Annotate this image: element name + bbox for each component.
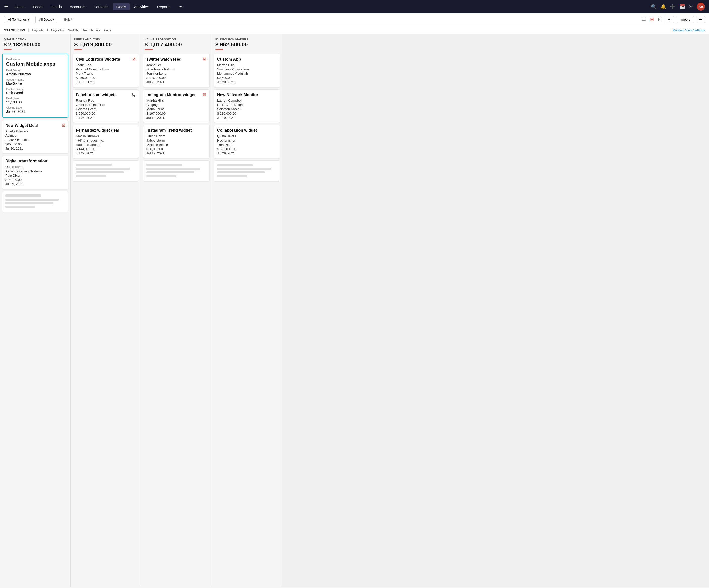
- add-icon[interactable]: ➕: [670, 4, 676, 9]
- nav-icons: 🔍 🔔 ➕ 📅 ✂ AB: [651, 2, 705, 10]
- nav-feeds[interactable]: Feeds: [29, 3, 47, 10]
- deals-dropdown[interactable]: All Deals ▾: [35, 16, 58, 23]
- card-date: Jul 19, 2021: [147, 151, 206, 155]
- avatar[interactable]: AB: [697, 2, 705, 10]
- col-stage-name: VALUE PROPOSITION: [145, 38, 208, 41]
- edit-icon[interactable]: ☑: [203, 57, 206, 61]
- hamburger-icon[interactable]: ☰: [4, 4, 8, 9]
- kanban-view-icon[interactable]: ⊞: [649, 16, 655, 23]
- card-contact: Raul Fernandez: [76, 143, 136, 147]
- filter-icon[interactable]: ⊡: [657, 16, 663, 23]
- nav-more[interactable]: •••: [175, 3, 186, 10]
- kanban-settings-link[interactable]: Kanban View Settings: [673, 28, 705, 32]
- deal-card-twitter-watch[interactable]: Twitter watch feed ☑ Joane Lee Blue Rive…: [143, 54, 210, 87]
- card-title-text: New Widget Deal: [5, 123, 61, 128]
- deal-card-digital-transformation[interactable]: Digital transformation Quinn Rivers Alco…: [2, 156, 68, 189]
- nav-deals[interactable]: Deals: [113, 3, 130, 10]
- col-underline: [3, 49, 11, 50]
- card-company: Rockerfisher: [217, 138, 277, 142]
- card-date: Jul 13, 2021: [147, 116, 206, 120]
- sort-field-dropdown[interactable]: Deal Name▾: [82, 28, 100, 32]
- card-date: Jul 29, 2021: [5, 182, 65, 186]
- card-title-text: Digital transformation: [5, 159, 65, 163]
- edit-icon[interactable]: ☑: [62, 123, 65, 127]
- card-contact: Mark Travis: [76, 72, 136, 75]
- card-contact: Solomon Kaalou: [217, 107, 277, 111]
- card-person: Martha Hills: [147, 99, 206, 102]
- col-amount: $ 1,017,400.00: [145, 41, 208, 48]
- account-name-value: MovGenie: [6, 81, 64, 85]
- edit-button[interactable]: Edit ↻: [60, 16, 77, 23]
- deal-card-custom-app[interactable]: Custom App Martha Hills Smithson Publica…: [214, 54, 280, 87]
- nav-activities[interactable]: Activities: [131, 3, 153, 10]
- calendar-icon[interactable]: 📅: [680, 4, 685, 9]
- col-cards-qualification: Deal Name Custom Mobile apps Deal Owner …: [0, 53, 70, 587]
- col-amount: S 1,619,800.00: [74, 41, 137, 48]
- card-title: Fernandez widget deal: [76, 128, 136, 133]
- deal-card-facebook-ad[interactable]: Facebook ad widgets 📞 Raghav Rao Grant I…: [73, 89, 139, 123]
- edit-icon[interactable]: ☑: [203, 93, 206, 97]
- card-amount: $ 210,000.00: [217, 111, 277, 115]
- deal-card-instagram-monitor[interactable]: Instagram Monitor widget ☑ Martha Hills …: [143, 89, 210, 123]
- contact-name-value: Nick Wood: [6, 91, 64, 95]
- deal-card-new-network-monitor[interactable]: New Network Monitor Lauren Campbell H I …: [214, 89, 280, 123]
- card-company: H I D Corporation: [217, 103, 277, 107]
- card-title-text: Collaboration widget: [217, 128, 277, 133]
- card-contact: Andre Scheuttler: [5, 138, 65, 142]
- all-layouts-dropdown[interactable]: All Layouts▾: [47, 28, 65, 32]
- card-company: Alcoa Fastening Systems: [5, 169, 65, 173]
- deal-card-instagram-trend[interactable]: Instagram Trend widget Quinn Rivers Jabb…: [143, 125, 210, 158]
- card-title-text: New Network Monitor: [217, 93, 277, 97]
- col-stage-name: ID. DECISION MAKERS: [215, 38, 279, 41]
- card-person: Martha Hills: [217, 63, 277, 67]
- add-button[interactable]: +: [665, 16, 674, 23]
- closing-date-value: Jul 27, 2021: [6, 109, 64, 113]
- skeleton-card: [143, 160, 210, 182]
- nav-leads[interactable]: Leads: [48, 3, 65, 10]
- deal-name-value: Custom Mobile apps: [6, 61, 64, 67]
- col-underline: [215, 49, 224, 50]
- card-date: Jul 29, 2021: [76, 151, 136, 155]
- card-amount: $20,000.00: [147, 147, 206, 151]
- card-company: THK & Bridges Inc.: [76, 138, 136, 142]
- nav-accounts[interactable]: Accounts: [66, 3, 89, 10]
- card-company: Smithson Publications: [217, 67, 277, 71]
- card-title: Instagram Monitor widget ☑: [147, 93, 206, 97]
- nav-home[interactable]: Home: [11, 3, 28, 10]
- layouts-link[interactable]: Layouts: [32, 28, 44, 32]
- nav-contacts[interactable]: Contacts: [90, 3, 112, 10]
- deal-card-custom-mobile[interactable]: Deal Name Custom Mobile apps Deal Owner …: [2, 54, 68, 118]
- sort-by-label: Sort By: [68, 28, 79, 32]
- deal-card-new-widget-deal[interactable]: New Widget Deal ☑ Amelia Burrows Agimba …: [2, 120, 68, 154]
- card-title: Collaboration widget: [217, 128, 277, 133]
- phone-icon[interactable]: 📞: [131, 93, 136, 97]
- list-view-icon[interactable]: ☰: [641, 16, 647, 23]
- tools-icon[interactable]: ✂: [689, 4, 693, 9]
- card-title-text: Civil Logistics Widgets: [76, 57, 131, 61]
- import-button[interactable]: Import: [676, 16, 694, 23]
- deal-card-civil-logistics[interactable]: Civil Logistics Widgets ☑ Joane Lee Pyra…: [73, 54, 139, 87]
- skeleton-card: [2, 191, 68, 212]
- card-amount: $ 550,000.00: [217, 147, 277, 151]
- notification-icon[interactable]: 🔔: [660, 4, 666, 9]
- more-options-button[interactable]: •••: [696, 16, 705, 23]
- deal-value-value: $1,100.00: [6, 100, 64, 104]
- card-company: Blue Rivers Pvt Ltd: [147, 67, 206, 71]
- toolbar: All Territories ▾ All Deals ▾ Edit ↻ ☰ ⊞…: [0, 13, 709, 26]
- card-title-text: Facebook ad widgets: [76, 93, 130, 97]
- territory-dropdown[interactable]: All Territories ▾: [4, 16, 33, 23]
- search-icon[interactable]: 🔍: [651, 4, 656, 9]
- card-company: Grant Industries Ltd: [76, 103, 136, 107]
- col-amount: $ 2,182,800.00: [3, 41, 67, 48]
- card-title-text: Fernandez widget deal: [76, 128, 136, 133]
- card-amount: $ 176,000.00: [147, 76, 206, 80]
- col-cards-value-proposition: Twitter watch feed ☑ Joane Lee Blue Rive…: [141, 53, 212, 587]
- card-date: Jul 23, 2021: [147, 80, 206, 84]
- col-amount: $ 962,500.00: [215, 41, 279, 48]
- deal-card-fernandez-widget[interactable]: Fernandez widget deal Amelia Burrows THK…: [73, 125, 139, 158]
- sort-dir-dropdown[interactable]: Asc▾: [103, 28, 111, 32]
- nav-reports[interactable]: Reports: [154, 3, 174, 10]
- deal-card-collaboration-widget[interactable]: Collaboration widget Quinn Rivers Rocker…: [214, 125, 280, 158]
- edit-icon[interactable]: ☑: [132, 57, 136, 61]
- card-title: Custom App: [217, 57, 277, 61]
